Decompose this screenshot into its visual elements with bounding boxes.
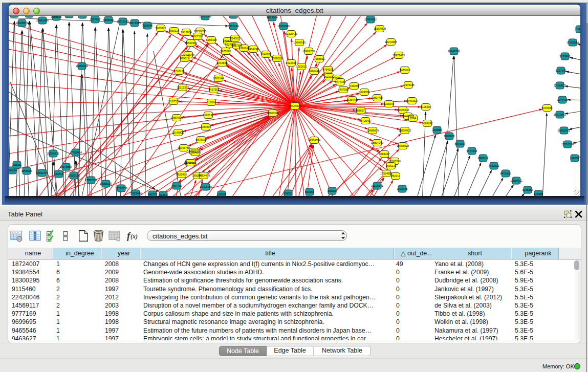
svg-text:9938923: 9938923 (444, 135, 455, 138)
svg-text:16782759: 16782759 (115, 187, 127, 190)
svg-text:1362615: 1362615 (296, 65, 307, 68)
svg-text:15751074: 15751074 (567, 41, 579, 44)
svg-text:893154: 893154 (305, 190, 314, 193)
svg-text:8322037: 8322037 (286, 61, 297, 64)
svg-text:10807487: 10807487 (371, 96, 383, 99)
svg-text:9474444: 9474444 (467, 149, 477, 152)
svg-text:10025438: 10025438 (397, 108, 409, 112)
svg-text:7515546: 7515546 (142, 24, 153, 27)
svg-text:92451: 92451 (160, 193, 167, 196)
svg-text:6794028: 6794028 (323, 68, 334, 71)
svg-text:17957253: 17957253 (85, 179, 97, 182)
svg-text:(x): (x) (130, 233, 138, 240)
svg-text:5878332: 5878332 (196, 138, 207, 141)
svg-text:746266: 746266 (350, 84, 359, 87)
svg-text:989012: 989012 (180, 57, 189, 60)
svg-text:317004: 317004 (207, 101, 216, 104)
svg-text:15716485: 15716485 (200, 185, 212, 188)
svg-text:9115460: 9115460 (421, 105, 431, 108)
svg-text:19654925: 19654925 (170, 116, 183, 119)
svg-text:203811: 203811 (328, 189, 337, 192)
svg-text:6466160: 6466160 (103, 18, 114, 21)
svg-text:8427552: 8427552 (209, 88, 220, 91)
svg-text:8454749: 8454749 (248, 48, 259, 51)
svg-text:3624554: 3624554 (359, 91, 370, 94)
svg-text:16033809: 16033809 (199, 16, 211, 18)
svg-text:1353594: 1353594 (201, 125, 211, 128)
svg-text:18807249: 18807249 (371, 141, 383, 144)
svg-text:9827503: 9827503 (192, 35, 203, 38)
svg-text:945779: 945779 (148, 193, 157, 196)
svg-text:10975887: 10975887 (60, 165, 72, 168)
svg-text:8471626: 8471626 (500, 172, 511, 175)
svg-text:1085525: 1085525 (51, 16, 62, 18)
svg-text:104521: 104521 (284, 192, 293, 195)
svg-text:16154808: 16154808 (374, 27, 386, 30)
svg-text:11123: 11123 (576, 28, 580, 31)
svg-text:12093822: 12093822 (554, 84, 566, 87)
svg-text:1733426: 1733426 (397, 187, 408, 190)
svg-text:15720407: 15720407 (359, 119, 372, 122)
svg-text:116753: 116753 (570, 157, 579, 160)
svg-text:23405571: 23405571 (16, 21, 28, 25)
svg-text:1615132: 1615132 (386, 164, 397, 167)
svg-text:1085325: 1085325 (77, 16, 88, 16)
svg-text:19756928: 19756928 (397, 144, 409, 147)
svg-text:3498222: 3498222 (186, 161, 197, 164)
svg-text:16046788: 16046788 (178, 146, 190, 149)
svg-text:9699695: 9699695 (422, 122, 433, 125)
svg-text:9777169: 9777169 (335, 80, 346, 83)
svg-text:16643756: 16643756 (448, 50, 460, 53)
svg-text:18300295: 18300295 (267, 112, 279, 115)
svg-text:18640910: 18640910 (293, 41, 306, 44)
svg-text:9227343: 9227343 (556, 69, 567, 72)
svg-text:9245652: 9245652 (522, 188, 533, 191)
svg-text:10958107: 10958107 (100, 182, 112, 185)
svg-text:23226058: 23226058 (194, 30, 206, 33)
svg-text:6990448: 6990448 (309, 70, 320, 73)
svg-text:7625402: 7625402 (177, 173, 187, 176)
svg-text:3660124: 3660124 (169, 29, 180, 32)
svg-text:2803144: 2803144 (213, 77, 224, 80)
svg-text:391594: 391594 (9, 169, 17, 172)
svg-text:26053346: 26053346 (76, 64, 88, 68)
svg-text:881305: 881305 (229, 16, 238, 16)
svg-text:252214: 252214 (391, 174, 400, 178)
svg-text:7886372: 7886372 (356, 109, 366, 112)
svg-text:12505135: 12505135 (68, 174, 80, 177)
svg-text:12942737: 12942737 (36, 171, 48, 174)
svg-text:1527602: 1527602 (90, 18, 101, 21)
svg-text:17359924: 17359924 (70, 151, 82, 154)
svg-text:160338: 160338 (217, 193, 226, 196)
svg-text:14463627: 14463627 (406, 99, 418, 102)
svg-text:234551: 234551 (230, 37, 239, 40)
svg-text:8813054: 8813054 (267, 16, 278, 19)
svg-text:20387682: 20387682 (364, 18, 377, 21)
svg-text:13325419: 13325419 (285, 32, 297, 35)
svg-text:20206536: 20206536 (47, 152, 59, 155)
svg-text:12213363: 12213363 (177, 86, 189, 89)
svg-text:17016504: 17016504 (561, 143, 574, 146)
svg-text:19384554: 19384554 (308, 139, 320, 142)
svg-text:124565: 124565 (534, 192, 543, 195)
svg-text:7357224: 7357224 (228, 25, 239, 28)
svg-text:16120746: 16120746 (388, 160, 401, 163)
svg-text:5215958: 5215958 (542, 106, 553, 110)
svg-text:15136141: 15136141 (371, 184, 383, 187)
svg-text:10719155: 10719155 (117, 20, 129, 23)
svg-text:19166825: 19166825 (172, 131, 184, 134)
svg-text:8912954: 8912954 (181, 31, 192, 34)
svg-text:1156829: 1156829 (21, 169, 32, 172)
svg-text:3267130: 3267130 (203, 114, 214, 117)
svg-text:1604678: 1604678 (190, 151, 201, 154)
svg-text:9129966: 9129966 (560, 55, 571, 58)
svg-text:164095: 164095 (432, 128, 442, 132)
svg-text:7485063: 7485063 (400, 69, 410, 72)
svg-text:3675685: 3675685 (221, 50, 231, 53)
svg-text:2935114: 2935114 (478, 157, 489, 160)
svg-text:12923446: 12923446 (129, 192, 142, 195)
svg-text:1588520: 1588520 (272, 57, 282, 60)
svg-text:9242848: 9242848 (217, 61, 228, 64)
svg-text:7663822: 7663822 (156, 27, 166, 30)
svg-text:9584: 9584 (410, 117, 416, 120)
